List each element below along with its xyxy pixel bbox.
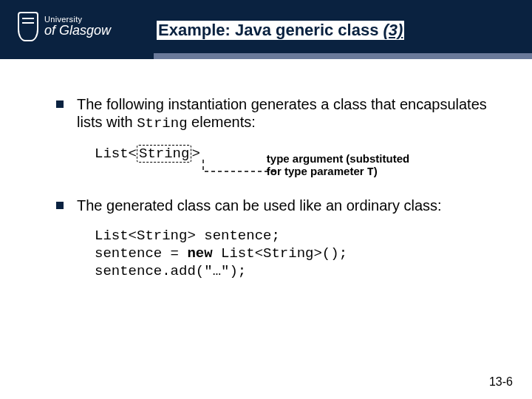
code-block: List<String> sentence; sentence = new Li… — [95, 228, 497, 280]
page-number: 13-6 — [489, 375, 513, 389]
type-argument-annotation: type argument (substituted for type para… — [267, 152, 409, 180]
logo-text: University of Glasgow — [44, 16, 111, 38]
annotation-line2-post: ) — [374, 165, 378, 177]
example-1-suffix: > — [191, 146, 200, 162]
crest-icon — [18, 12, 38, 41]
code-l2-kw: new — [187, 245, 212, 262]
bullet-2-text: The generated class can be used like an … — [77, 197, 442, 214]
example-1-code: List<String> — [95, 145, 200, 163]
code-l1: List<String> sentence; — [95, 228, 280, 244]
code-l2-pre: sentence = — [95, 245, 187, 262]
code-l3: sentence.add("…"); — [95, 263, 246, 279]
example-1-prefix: List< — [95, 146, 137, 162]
annotation-leader — [126, 166, 285, 166]
example-1-typearg: String — [139, 146, 189, 162]
title-main: Example: Java generic class — [158, 21, 383, 39]
annotation-line1: type argument (substituted — [267, 152, 409, 165]
code-l2-post: List<String>(); — [213, 245, 347, 262]
logo-line2: of Glasgow — [44, 24, 111, 37]
bullet-1-code: String — [137, 115, 187, 132]
title-suffix: (3) — [383, 21, 403, 39]
university-logo: University of Glasgow — [18, 12, 111, 41]
accent-band — [0, 53, 532, 59]
annotation-line2-code: T — [367, 166, 374, 179]
slide: University of Glasgow Example: Java gene… — [0, 0, 532, 399]
bullet-1-post: elements: — [188, 114, 256, 130]
slide-title: Example: Java generic class (3) — [157, 21, 404, 40]
bullet-1: The following instantiation generates a … — [56, 96, 497, 132]
example-1-typearg-box: String — [137, 145, 191, 163]
slide-body: The following instantiation generates a … — [0, 96, 532, 377]
bullet-2: The generated class can be used like an … — [56, 197, 497, 215]
